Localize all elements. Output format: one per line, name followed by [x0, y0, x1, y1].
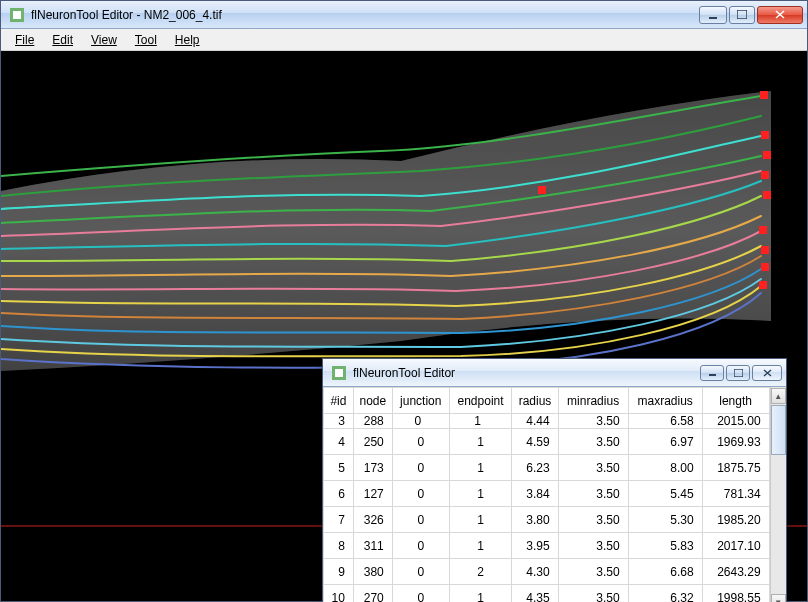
- cell-id: 5: [324, 455, 354, 481]
- cell-radius: 4.44: [512, 414, 558, 429]
- vertical-scrollbar[interactable]: ▲ ▼: [770, 387, 786, 602]
- cell-endpoint: 1: [449, 429, 512, 455]
- cell-maxradius: 5.30: [628, 507, 702, 533]
- svg-rect-2: [709, 17, 717, 19]
- svg-rect-11: [759, 226, 767, 234]
- svg-rect-12: [761, 246, 769, 254]
- data-table[interactable]: #id node junction endpoint radius minrad…: [323, 387, 770, 602]
- cell-minradius: 3.50: [558, 559, 628, 585]
- svg-rect-15: [538, 186, 546, 194]
- cell-maxradius: 6.32: [628, 585, 702, 603]
- maximize-button[interactable]: [726, 365, 750, 381]
- svg-rect-13: [761, 263, 769, 271]
- data-titlebar[interactable]: flNeuronTool Editor: [323, 359, 786, 387]
- menu-edit[interactable]: Edit: [44, 31, 81, 49]
- col-node[interactable]: node: [353, 388, 392, 414]
- cell-node: 326: [353, 507, 392, 533]
- cell-length: 1985.20: [702, 507, 769, 533]
- minimize-button[interactable]: [699, 6, 727, 24]
- cell-id: 8: [324, 533, 354, 559]
- col-maxradius[interactable]: maxradius: [628, 388, 702, 414]
- cell-minradius: 3.50: [558, 507, 628, 533]
- cell-node: 173: [353, 455, 392, 481]
- scrollbar-track[interactable]: [771, 405, 786, 593]
- cell-maxradius: 8.00: [628, 455, 702, 481]
- table-row[interactable]: 9380024.303.506.682643.29: [324, 559, 770, 585]
- table-row[interactable]: 7326013.803.505.301985.20: [324, 507, 770, 533]
- menu-tool[interactable]: Tool: [127, 31, 165, 49]
- table-row[interactable]: 6127013.843.505.45781.34: [324, 481, 770, 507]
- menu-help[interactable]: Help: [167, 31, 208, 49]
- col-id[interactable]: #id: [324, 388, 354, 414]
- cell-id: 4: [324, 429, 354, 455]
- cell-node: 250: [353, 429, 392, 455]
- cell-length: 1875.75: [702, 455, 769, 481]
- svg-rect-1: [13, 11, 21, 19]
- cell-endpoint: 1: [449, 414, 512, 429]
- cell-id: 10: [324, 585, 354, 603]
- svg-rect-6: [760, 91, 768, 99]
- menu-file[interactable]: File: [7, 31, 42, 49]
- menu-view[interactable]: View: [83, 31, 125, 49]
- svg-rect-14: [759, 281, 767, 289]
- scroll-up-button[interactable]: ▲: [771, 388, 786, 404]
- cell-maxradius: 6.58: [628, 414, 702, 429]
- cell-endpoint: 1: [449, 507, 512, 533]
- cell-minradius: 3.50: [558, 585, 628, 603]
- cell-endpoint: 1: [449, 585, 512, 603]
- cell-endpoint: 2: [449, 559, 512, 585]
- svg-rect-9: [761, 171, 769, 179]
- cell-junction: 0: [392, 481, 449, 507]
- window-controls: [700, 365, 782, 381]
- cell-length: 781.34: [702, 481, 769, 507]
- scroll-down-button[interactable]: ▼: [771, 594, 786, 602]
- cell-radius: 4.59: [512, 429, 558, 455]
- table-header-row: #id node junction endpoint radius minrad…: [324, 388, 770, 414]
- cell-radius: 3.80: [512, 507, 558, 533]
- cell-maxradius: 5.45: [628, 481, 702, 507]
- cell-minradius: 3.50: [558, 533, 628, 559]
- col-minradius[interactable]: minradius: [558, 388, 628, 414]
- table-row[interactable]: 10270014.353.506.321998.55: [324, 585, 770, 603]
- svg-rect-10: [763, 191, 771, 199]
- app-icon: [331, 365, 347, 381]
- cell-radius: 4.30: [512, 559, 558, 585]
- col-junction[interactable]: junction: [392, 388, 449, 414]
- table-row[interactable]: 8311013.953.505.832017.10: [324, 533, 770, 559]
- cell-maxradius: 6.97: [628, 429, 702, 455]
- table-row[interactable]: 3288014.443.506.582015.00: [324, 414, 770, 429]
- cell-length: 1969.93: [702, 429, 769, 455]
- cell-junction: 0: [392, 414, 449, 429]
- table-row[interactable]: 4250014.593.506.971969.93: [324, 429, 770, 455]
- cell-length: 2643.29: [702, 559, 769, 585]
- svg-rect-18: [709, 374, 716, 376]
- col-radius[interactable]: radius: [512, 388, 558, 414]
- menubar: File Edit View Tool Help: [1, 29, 807, 51]
- table-row[interactable]: 5173016.233.508.001875.75: [324, 455, 770, 481]
- scrollbar-thumb[interactable]: [771, 405, 786, 455]
- cell-minradius: 3.50: [558, 481, 628, 507]
- cell-minradius: 3.50: [558, 455, 628, 481]
- cell-endpoint: 1: [449, 455, 512, 481]
- minimize-button[interactable]: [700, 365, 724, 381]
- data-table-wrap: #id node junction endpoint radius minrad…: [323, 387, 786, 602]
- cell-junction: 0: [392, 533, 449, 559]
- cell-node: 127: [353, 481, 392, 507]
- cell-radius: 6.23: [512, 455, 558, 481]
- svg-rect-17: [335, 369, 343, 377]
- col-length[interactable]: length: [702, 388, 769, 414]
- main-titlebar[interactable]: flNeuronTool Editor - NM2_006_4.tif: [1, 1, 807, 29]
- cell-endpoint: 1: [449, 481, 512, 507]
- cell-minradius: 3.50: [558, 429, 628, 455]
- close-button[interactable]: [757, 6, 803, 24]
- svg-rect-3: [737, 10, 747, 19]
- data-window-title: flNeuronTool Editor: [353, 366, 700, 380]
- cell-radius: 3.95: [512, 533, 558, 559]
- maximize-button[interactable]: [729, 6, 755, 24]
- cell-length: 2015.00: [702, 414, 769, 429]
- close-button[interactable]: [752, 365, 782, 381]
- cell-id: 3: [324, 414, 354, 429]
- cell-node: 311: [353, 533, 392, 559]
- col-endpoint[interactable]: endpoint: [449, 388, 512, 414]
- cell-junction: 0: [392, 429, 449, 455]
